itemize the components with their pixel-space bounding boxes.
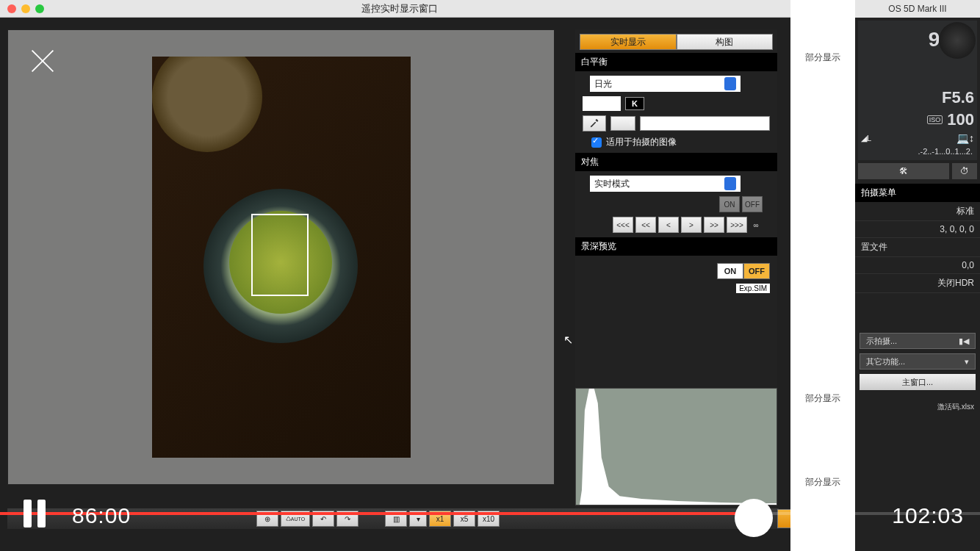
video-current-time: 86:00 (72, 503, 131, 528)
pause-button[interactable] (24, 500, 48, 527)
video-scrubber-handle[interactable] (735, 499, 773, 537)
video-total-time: 102:03 (892, 503, 964, 528)
video-player-overlay: 86:00 102:03 (0, 0, 980, 551)
video-progress-track[interactable] (0, 512, 980, 515)
pause-icon (24, 500, 32, 527)
